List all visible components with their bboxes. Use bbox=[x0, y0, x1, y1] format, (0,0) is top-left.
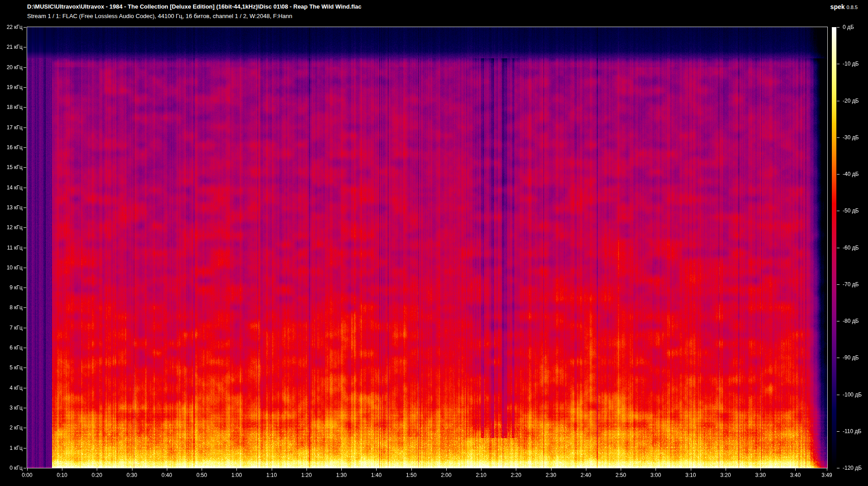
time-tick bbox=[586, 468, 586, 471]
time-tick-label: 3:40 bbox=[781, 472, 810, 478]
freq-tick-label: 16 кГц bbox=[0, 144, 23, 151]
time-tick bbox=[272, 468, 272, 471]
freq-tick bbox=[24, 268, 26, 268]
freq-tick bbox=[24, 328, 26, 328]
app-brand: spek0.8.5 bbox=[830, 3, 858, 11]
freq-tick-label: 1 кГц bbox=[0, 445, 23, 451]
spek-window: D:\MUSIC\Ultravox\Ultravox - 1984 - The … bbox=[0, 0, 868, 486]
colorbar-gradient bbox=[832, 27, 836, 468]
freq-tick bbox=[24, 428, 26, 428]
time-tick-label: 3:00 bbox=[641, 472, 670, 478]
time-tick-label: 0:10 bbox=[47, 472, 76, 478]
freq-tick-label: 9 кГц bbox=[0, 284, 23, 291]
time-tick-label: 1:00 bbox=[222, 472, 251, 478]
freq-tick-label: 12 кГц bbox=[0, 224, 23, 231]
db-tick-label: -70 дБ bbox=[843, 281, 859, 288]
time-tick-label: 1:30 bbox=[327, 472, 356, 478]
stream-info: Stream 1 / 1: FLAC (Free Lossless Audio … bbox=[27, 13, 292, 19]
time-tick bbox=[307, 468, 307, 471]
db-tick-label: -120 дБ bbox=[843, 465, 862, 471]
time-tick bbox=[656, 468, 656, 471]
freq-tick-label: 21 кГц bbox=[0, 44, 23, 50]
time-tick-label: 3:20 bbox=[711, 472, 740, 478]
time-tick-label: 0:20 bbox=[82, 472, 111, 478]
time-tick bbox=[795, 468, 796, 471]
db-tick bbox=[837, 137, 840, 138]
time-tick-label: 3:30 bbox=[746, 472, 775, 478]
db-tick-label: -40 дБ bbox=[843, 171, 859, 177]
freq-tick-label: 5 кГц bbox=[0, 364, 23, 371]
time-tick bbox=[726, 468, 726, 471]
app-name-label: spek bbox=[830, 3, 845, 10]
freq-tick-label: 8 кГц bbox=[0, 304, 23, 311]
db-tick bbox=[837, 248, 840, 248]
time-tick bbox=[376, 468, 377, 471]
db-tick bbox=[837, 211, 840, 211]
time-tick bbox=[827, 468, 827, 471]
app-version-label: 0.8.5 bbox=[847, 5, 858, 10]
freq-tick-label: 6 кГц bbox=[0, 344, 23, 351]
time-tick-label: 2:20 bbox=[501, 472, 530, 478]
freq-tick bbox=[24, 248, 26, 248]
db-tick-label: -50 дБ bbox=[843, 208, 859, 214]
time-tick bbox=[167, 468, 167, 471]
db-tick-label: -110 дБ bbox=[843, 428, 861, 434]
db-tick-label: -60 дБ bbox=[843, 245, 859, 251]
freq-tick-label: 11 кГц bbox=[0, 245, 23, 251]
freq-tick-label: 22 кГц bbox=[0, 24, 23, 30]
db-tick bbox=[837, 431, 840, 432]
freq-tick-label: 2 кГц bbox=[0, 425, 23, 431]
time-tick-label: 0:50 bbox=[187, 472, 216, 478]
freq-tick-label: 17 кГц bbox=[0, 124, 23, 131]
freq-tick-label: 13 кГц bbox=[0, 204, 23, 211]
time-tick-label: 3:10 bbox=[676, 472, 705, 478]
db-tick bbox=[837, 284, 840, 285]
file-path-title: D:\MUSIC\Ultravox\Ultravox - 1984 - The … bbox=[27, 3, 361, 10]
freq-tick bbox=[24, 67, 26, 68]
time-tick-label: 0:40 bbox=[152, 472, 181, 478]
time-tick bbox=[411, 468, 412, 471]
time-tick-label: 2:30 bbox=[537, 472, 566, 478]
db-tick bbox=[837, 358, 840, 358]
time-tick-label: 2:10 bbox=[467, 472, 495, 478]
db-tick-label: -20 дБ bbox=[843, 98, 859, 104]
freq-tick bbox=[24, 307, 26, 308]
time-tick-label: 2:40 bbox=[571, 472, 600, 478]
db-tick bbox=[837, 395, 840, 395]
freq-tick bbox=[24, 468, 26, 468]
freq-tick bbox=[24, 188, 26, 188]
db-tick bbox=[837, 321, 840, 321]
freq-tick bbox=[24, 107, 26, 108]
freq-tick-label: 19 кГц bbox=[0, 84, 23, 90]
db-tick bbox=[837, 27, 840, 28]
db-tick-label: -10 дБ bbox=[843, 61, 859, 67]
freq-tick-label: 4 кГц bbox=[0, 385, 23, 391]
freq-tick bbox=[24, 288, 26, 288]
freq-tick-label: 7 кГц bbox=[0, 325, 23, 331]
freq-tick bbox=[24, 368, 26, 368]
time-tick bbox=[27, 468, 28, 471]
time-tick bbox=[621, 468, 621, 471]
freq-tick-label: 3 кГц bbox=[0, 405, 23, 411]
spectrogram-frame bbox=[27, 27, 828, 468]
time-tick bbox=[446, 468, 447, 471]
time-tick-label: 0:00 bbox=[13, 472, 42, 478]
db-tick-label: -30 дБ bbox=[843, 134, 859, 141]
freq-tick bbox=[24, 127, 26, 128]
time-tick-label: 2:50 bbox=[606, 472, 635, 478]
spectrogram-canvas bbox=[27, 27, 827, 468]
freq-tick bbox=[24, 408, 26, 408]
time-tick-label: 3:49 bbox=[812, 472, 841, 478]
time-tick-label: 1:10 bbox=[257, 472, 286, 478]
time-tick-label: 1:20 bbox=[292, 472, 321, 478]
db-tick-label: -100 дБ bbox=[843, 392, 862, 398]
freq-tick bbox=[24, 87, 26, 88]
time-tick bbox=[97, 468, 97, 471]
freq-tick bbox=[24, 27, 26, 28]
time-tick bbox=[481, 468, 481, 471]
db-tick-label: 0 дБ bbox=[843, 24, 854, 30]
db-tick-label: -90 дБ bbox=[843, 354, 859, 361]
time-tick bbox=[62, 468, 62, 471]
freq-tick bbox=[24, 147, 26, 148]
time-tick-label: 1:50 bbox=[397, 472, 426, 478]
